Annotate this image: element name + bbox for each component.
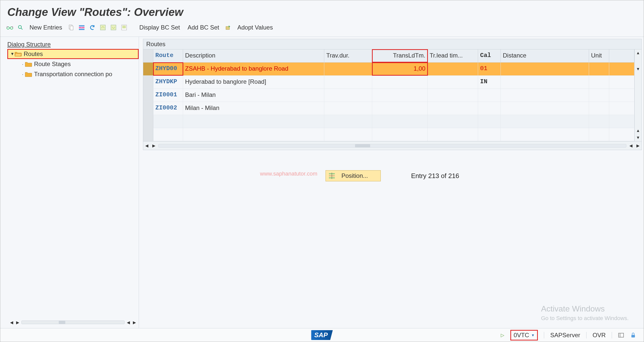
cell-description[interactable]: Milan - Milan <box>183 102 324 115</box>
select-all-icon[interactable] <box>99 23 107 32</box>
table-row[interactable] <box>143 128 634 141</box>
row-selector[interactable] <box>143 115 153 128</box>
row-selector[interactable] <box>143 89 153 102</box>
cell-route[interactable] <box>153 128 183 141</box>
cell-travdur[interactable] <box>324 89 372 102</box>
tree-node-routes[interactable]: ▼ Routes <box>7 49 139 59</box>
cell-extra[interactable] <box>609 89 634 102</box>
col-cal[interactable]: Cal <box>478 49 501 62</box>
cell-transldtm[interactable] <box>372 76 428 89</box>
new-entries-button[interactable]: New Entries <box>27 23 65 32</box>
cell-transldtm[interactable] <box>372 89 428 102</box>
cell-route[interactable] <box>153 115 183 128</box>
disclosure-triangle-icon[interactable]: ▼ <box>10 52 15 56</box>
cell-transldtm[interactable] <box>372 128 428 141</box>
cell-distance[interactable] <box>501 76 589 89</box>
copy-icon[interactable] <box>67 23 75 32</box>
cell-route[interactable]: ZHYD00 <box>153 63 183 75</box>
cell-travdur[interactable] <box>324 115 372 128</box>
tree-node-route-stages[interactable]: · Route Stages <box>7 59 139 69</box>
glasses-icon[interactable] <box>6 23 14 32</box>
scroll-right-icon[interactable]: ▶ <box>634 141 641 150</box>
col-trlead[interactable]: Tr.lead tim... <box>428 49 478 62</box>
scroll-up-icon[interactable]: ▲ <box>635 127 641 134</box>
scroll-down-icon[interactable]: ▼ <box>635 134 641 141</box>
cell-distance[interactable] <box>501 102 589 115</box>
cell-distance[interactable] <box>501 63 589 75</box>
cell-cal[interactable] <box>478 128 501 141</box>
row-selector[interactable] <box>143 102 153 115</box>
cell-cal[interactable]: 01 <box>478 63 501 75</box>
scroll-right-icon[interactable]: ▶ <box>15 320 20 325</box>
layout-icon[interactable] <box>618 332 624 338</box>
scroll-right-icon[interactable]: ▶ <box>150 141 157 150</box>
cell-travdur[interactable] <box>324 63 372 75</box>
cell-trlead[interactable] <box>428 128 478 141</box>
scroll-left-icon[interactable]: ◀ <box>627 141 634 150</box>
scrollbar-track[interactable] <box>158 144 626 148</box>
cell-extra[interactable] <box>609 115 634 128</box>
cell-transldtm[interactable] <box>372 102 428 115</box>
cell-unit[interactable] <box>589 115 609 128</box>
cell-description[interactable]: Hyderabad to banglore [Road] <box>183 76 324 89</box>
cell-extra[interactable] <box>609 102 634 115</box>
cell-travdur[interactable] <box>324 102 372 115</box>
cell-description[interactable] <box>183 115 324 128</box>
table-row[interactable] <box>143 115 634 128</box>
cell-unit[interactable] <box>589 128 609 141</box>
session-indicator-icon[interactable]: ▷ <box>501 332 504 338</box>
tree-horizontal-scrollbar[interactable]: ◀ ▶ ◀ ▶ <box>7 319 139 326</box>
cell-route[interactable]: ZHYDKP <box>153 76 183 89</box>
session-id-box[interactable]: 0VTC ▼ <box>510 330 538 340</box>
scrollbar-thumb[interactable] <box>355 144 370 147</box>
cell-unit[interactable] <box>589 76 609 89</box>
col-extra[interactable] <box>609 49 634 62</box>
cell-route[interactable]: ZI0001 <box>153 89 183 102</box>
cell-cal[interactable] <box>478 102 501 115</box>
add-bcset-button[interactable]: Add BC Set <box>185 23 222 32</box>
row-selector[interactable] <box>143 63 153 75</box>
cell-transldtm[interactable]: 1,00 <box>372 63 428 75</box>
col-unit[interactable]: Unit <box>589 49 609 62</box>
cell-distance[interactable] <box>501 89 589 102</box>
undo-icon[interactable] <box>88 23 96 32</box>
cell-description[interactable] <box>183 128 324 141</box>
display-bcset-button[interactable]: Display BC Set <box>137 23 182 32</box>
cell-extra[interactable] <box>609 63 634 75</box>
table-row[interactable]: ZI0001Bari - Milan <box>143 89 634 102</box>
scrollbar-thumb[interactable] <box>59 321 65 324</box>
tree-node-transport-connection[interactable]: · Transportation connection po <box>7 69 139 79</box>
cell-trlead[interactable] <box>428 115 478 128</box>
cell-distance[interactable] <box>501 115 589 128</box>
cell-cal[interactable]: IN <box>478 76 501 89</box>
grid-horizontal-scrollbar[interactable]: ◀ ▶ ◀ ▶ <box>143 141 642 150</box>
adopt-icon[interactable] <box>224 23 232 32</box>
row-selector[interactable] <box>143 76 153 89</box>
find-icon[interactable] <box>16 23 24 32</box>
cell-route[interactable]: ZI0002 <box>153 102 183 115</box>
adopt-values-button[interactable]: Adopt Values <box>235 23 275 32</box>
scroll-down-icon[interactable]: ▼ <box>635 66 641 73</box>
cell-transldtm[interactable] <box>372 115 428 128</box>
col-travdur[interactable]: Trav.dur. <box>324 49 372 62</box>
scrollbar-track[interactable] <box>21 321 125 324</box>
row-selector-header[interactable] <box>143 49 153 62</box>
cell-extra[interactable] <box>609 76 634 89</box>
col-distance[interactable]: Distance <box>501 49 589 62</box>
cell-travdur[interactable] <box>324 76 372 89</box>
config-icon[interactable] <box>120 23 128 32</box>
scroll-left-icon[interactable]: ◀ <box>126 320 131 325</box>
cell-travdur[interactable] <box>324 128 372 141</box>
col-transldtm[interactable]: TransLdTm. <box>372 49 428 62</box>
lock-icon[interactable] <box>630 332 636 338</box>
cell-extra[interactable] <box>609 128 634 141</box>
col-route[interactable]: Route <box>153 49 183 62</box>
cell-description[interactable]: Bari - Milan <box>183 89 324 102</box>
cell-distance[interactable] <box>501 128 589 141</box>
col-description[interactable]: Description <box>183 49 324 62</box>
cell-trlead[interactable] <box>428 102 478 115</box>
scrollbar-track[interactable] <box>635 56 641 66</box>
scroll-up-icon[interactable]: ▲ <box>635 49 641 56</box>
cell-unit[interactable] <box>589 63 609 75</box>
table-row[interactable]: ZI0002Milan - Milan <box>143 102 634 115</box>
